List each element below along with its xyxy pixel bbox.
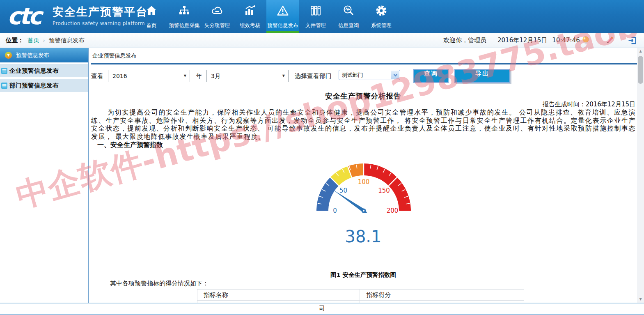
dept-label: 选择查看部门 (295, 70, 332, 82)
department-select[interactable]: 测试部门 (339, 70, 400, 80)
pencil-icon[interactable] (605, 36, 614, 45)
bulb-icon[interactable] (582, 36, 591, 45)
chevron-down-icon (391, 71, 399, 79)
nav-item-info-query[interactable]: 信息查询 (332, 0, 365, 33)
vertical-scrollbar[interactable]: ▲ ▼ (637, 48, 644, 303)
chevron-down-circle-icon: ▼ (5, 52, 12, 59)
table-header-row: 指标名称 指标得分 (197, 290, 524, 301)
date-text: 2016年12月15日 (497, 37, 547, 44)
month-select[interactable]: 3月 ▼ (206, 70, 289, 82)
title-divider (91, 63, 637, 64)
sidebar-item-label: 企业预警信息发布 (9, 67, 59, 75)
app-subtitle: Production safety warning platform (53, 21, 148, 26)
nav-label: 失分项管理 (204, 22, 230, 29)
svg-text:50: 50 (339, 187, 347, 194)
scrollbar-up-arrow-icon[interactable]: ▲ (637, 48, 644, 55)
search-button[interactable]: 查询 (413, 69, 449, 83)
binders-icon (309, 5, 322, 18)
department-select-value: 测试部门 (342, 72, 363, 78)
figure-caption: 图1 安全生产预警指数图 (91, 271, 635, 279)
main-nav: 首页 预警信息采集 失分项管理 绩效考核 预警信息发布 文件管理 信息查询 (135, 0, 398, 33)
logout-icon[interactable] (628, 36, 637, 45)
welcome-text: 欢迎你，管理员 (443, 33, 486, 48)
app-brand: 安全生产预警平台 Production safety warning platf… (53, 5, 148, 26)
sidebar-item-department-publish[interactable]: 部门预警信息发布 (0, 79, 88, 92)
breadcrumb-bar: 位置： 首页 › 预警信息发布 欢迎你，管理员 2016年12月15日10:47… (0, 33, 644, 48)
scrollbar-down-arrow-icon[interactable]: ▼ (637, 296, 644, 303)
table-header-name: 指标名称 (197, 290, 360, 301)
nav-label: 绩效考核 (240, 22, 260, 29)
sidebar-header[interactable]: ▼ 预警信息发布 (0, 48, 88, 62)
warning-triangle-icon (277, 5, 289, 18)
nav-item-deduction-mgmt[interactable]: 失分项管理 (201, 0, 234, 33)
svg-text:0: 0 (333, 207, 337, 214)
home-icon (145, 5, 158, 18)
nav-label: 预警信息发布 (268, 22, 298, 29)
svg-text:150: 150 (378, 187, 390, 194)
location-label: 位置： (6, 37, 24, 44)
search-pulse-icon (342, 5, 355, 18)
breadcrumb: 位置： 首页 › 预警信息发布 (6, 33, 85, 48)
nav-label: 系统管理 (371, 22, 392, 29)
report-title: 安全生产预警分析报告 (91, 91, 635, 101)
time-text: 10:47:46 (552, 37, 580, 44)
breadcrumb-home-link[interactable]: 首页 (28, 37, 39, 44)
nav-item-warning-publish[interactable]: 预警信息发布 (266, 0, 299, 33)
sidebar: ▼ 预警信息发布 企业预警信息发布 部门预警信息发布 (0, 48, 88, 303)
gauge-chart: 050100150200 (302, 159, 425, 225)
ctc-logo: ctc (7, 2, 40, 30)
cloud-minus-icon (211, 5, 223, 18)
gauge-svg: 050100150200 (302, 159, 425, 225)
nav-item-performance[interactable]: 绩效考核 (234, 0, 266, 33)
svg-text:100: 100 (358, 178, 370, 186)
nav-item-warning-collect[interactable]: 预警信息采集 (168, 0, 201, 33)
nav-label: 信息查询 (338, 22, 359, 29)
nav-label: 预警信息采集 (169, 22, 200, 29)
year-suffix-label: 年 (196, 70, 202, 82)
view-label: 查看 (91, 70, 103, 82)
gear-icon (375, 5, 387, 18)
breadcrumb-current: 预警信息发布 (49, 37, 85, 44)
list-icon (1, 68, 7, 74)
nav-item-system-mgmt[interactable]: 系统管理 (365, 0, 398, 33)
sidebar-item-label: 部门预警信息发布 (9, 82, 59, 90)
year-select[interactable]: 2016 ▼ (108, 70, 190, 82)
datetime-text: 2016年12月15日10:47:46 (497, 33, 585, 48)
nav-item-home[interactable]: 首页 (135, 0, 168, 33)
report-generated-time: 报告生成时间：2016年12月15日 (91, 101, 635, 108)
list-icon (1, 83, 7, 89)
footer-text: 司 (319, 305, 325, 312)
select-arrow-icon: ▼ (282, 70, 285, 82)
nav-label: 首页 (147, 22, 157, 29)
scrollbar-thumb[interactable] (638, 56, 643, 84)
export-button[interactable]: 导出 (454, 69, 510, 83)
nav-label: 文件管理 (305, 22, 326, 29)
breadcrumb-separator: › (43, 37, 45, 44)
main-content: 企业预警信息发布 查看 2016 ▼ 年 3月 ▼ 选择查看部门 测试部门 查询… (89, 48, 637, 303)
sidebar-header-label: 预警信息发布 (16, 52, 49, 59)
footer-bar: 司 (0, 303, 644, 315)
sidebar-item-enterprise-publish[interactable]: 企业预警信息发布 (0, 64, 88, 77)
sitemap-icon (178, 5, 190, 18)
page-title: 企业预警信息发布 (92, 48, 137, 63)
bar-chart-icon (244, 5, 256, 18)
app-title: 安全生产预警平台 (53, 5, 148, 19)
year-select-value: 2016 (112, 73, 127, 79)
select-arrow-icon: ▼ (184, 70, 186, 82)
scores-intro: 其中各项预警指标的得分情况如下： (110, 280, 209, 287)
gauge-value: 38.1 (91, 227, 635, 246)
svg-text:200: 200 (387, 207, 399, 214)
nav-item-file-mgmt[interactable]: 文件管理 (299, 0, 332, 33)
month-select-value: 3月 (211, 73, 220, 79)
app-header: ctc 安全生产预警平台 Production safety warning p… (0, 0, 644, 33)
table-header-score: 指标得分 (360, 290, 524, 301)
section1-heading: 一、安全生产预警指数 (97, 141, 163, 149)
report-paragraph: 为切实提高公司的安全生产能力，保障相关作业人员的生命安全和身体健康，提高公司安全… (91, 108, 636, 140)
